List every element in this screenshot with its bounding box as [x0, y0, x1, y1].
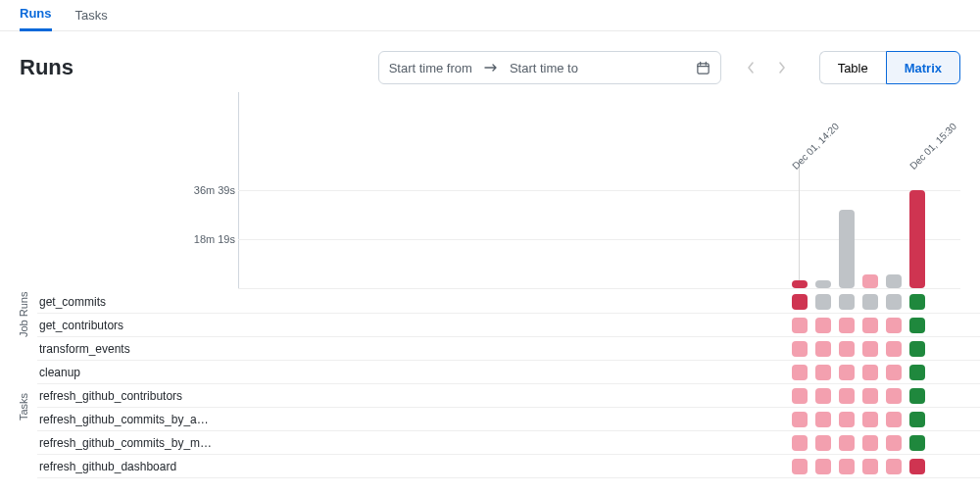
task-cell[interactable]: [815, 435, 831, 451]
task-cells: [233, 294, 980, 310]
task-cell[interactable]: [886, 318, 902, 333]
tab-tasks[interactable]: Tasks: [75, 8, 108, 30]
task-cell[interactable]: [839, 318, 855, 333]
task-cell[interactable]: [839, 341, 855, 357]
next-button[interactable]: [772, 51, 800, 84]
task-cell[interactable]: [792, 318, 808, 333]
task-row: get_contributors: [37, 314, 980, 337]
task-cell[interactable]: [815, 412, 831, 427]
prev-button[interactable]: [741, 51, 768, 84]
job-run-bar-2[interactable]: [839, 210, 855, 288]
task-cell[interactable]: [886, 459, 902, 474]
task-cell[interactable]: [909, 341, 925, 357]
task-cell[interactable]: [839, 365, 855, 380]
task-cells: [233, 412, 980, 427]
job-run-bar-4[interactable]: [886, 274, 902, 288]
task-cell[interactable]: [815, 318, 831, 333]
job-runs-chart: 36m 39s 18m 19s Dec 01, 14:20 Dec 01, 15…: [37, 92, 980, 288]
task-cell[interactable]: [862, 388, 878, 404]
task-cells: [233, 459, 980, 474]
task-cell[interactable]: [862, 435, 878, 451]
task-row: refresh_github_commits_by_m…: [37, 431, 980, 455]
task-cell[interactable]: [815, 388, 831, 404]
task-cell[interactable]: [909, 412, 925, 427]
job-run-bar-0[interactable]: [792, 280, 808, 288]
task-row: refresh_github_contributors: [37, 384, 980, 408]
task-cell[interactable]: [839, 294, 855, 310]
task-name[interactable]: refresh_github_contributors: [37, 389, 233, 403]
task-cell[interactable]: [792, 412, 808, 427]
task-name[interactable]: refresh_github_dashboard: [37, 460, 233, 473]
task-row: refresh_github_dashboard: [37, 455, 980, 478]
time-tick-last: Dec 01, 15:30: [907, 121, 958, 172]
date-to-input[interactable]: Start time to: [510, 61, 578, 75]
task-matrix: get_commitsget_contributorstransform_eve…: [37, 290, 980, 478]
task-cells: [233, 388, 980, 404]
task-cell[interactable]: [909, 435, 925, 451]
task-name[interactable]: refresh_github_commits_by_a…: [37, 413, 233, 426]
task-cell[interactable]: [909, 318, 925, 333]
task-cells: [233, 435, 980, 451]
axis-label-jobruns: Job Runs: [18, 292, 29, 337]
task-cell[interactable]: [839, 435, 855, 451]
ytick-0: 36m 39s: [176, 184, 235, 196]
task-name[interactable]: transform_events: [37, 342, 233, 356]
task-cell[interactable]: [792, 294, 808, 310]
ytick-1: 18m 19s: [176, 233, 235, 245]
task-cell[interactable]: [815, 459, 831, 474]
task-cell[interactable]: [792, 435, 808, 451]
task-cell[interactable]: [862, 318, 878, 333]
axis-label-tasks: Tasks: [18, 393, 29, 421]
time-tick-first: Dec 01, 14:20: [790, 121, 841, 172]
tab-runs[interactable]: Runs: [20, 6, 52, 31]
task-cells: [233, 365, 980, 380]
main-content: Job Runs Tasks 36m 39s 18m 19s Dec 01, 1…: [0, 92, 980, 478]
task-cell[interactable]: [909, 388, 925, 404]
task-cell[interactable]: [862, 294, 878, 310]
task-cell[interactable]: [792, 341, 808, 357]
svg-rect-0: [698, 63, 709, 73]
task-cell[interactable]: [862, 459, 878, 474]
task-cell[interactable]: [886, 388, 902, 404]
task-cell[interactable]: [839, 459, 855, 474]
task-name[interactable]: get_contributors: [37, 319, 233, 332]
job-run-bar-1[interactable]: [815, 280, 831, 288]
page-title: Runs: [20, 55, 74, 80]
task-cell[interactable]: [886, 294, 902, 310]
task-cell[interactable]: [909, 294, 925, 310]
task-cell[interactable]: [909, 365, 925, 380]
task-cell[interactable]: [815, 341, 831, 357]
task-row: cleanup: [37, 361, 980, 384]
task-cell[interactable]: [886, 435, 902, 451]
task-cell[interactable]: [886, 412, 902, 427]
time-nav: [741, 51, 800, 84]
job-run-bar-5[interactable]: [909, 190, 925, 288]
task-cell[interactable]: [839, 388, 855, 404]
task-cell[interactable]: [815, 365, 831, 380]
view-matrix-button[interactable]: Matrix: [886, 51, 960, 84]
task-cell[interactable]: [792, 459, 808, 474]
job-run-bars: [792, 190, 925, 288]
calendar-icon[interactable]: [696, 61, 710, 75]
task-cell[interactable]: [792, 388, 808, 404]
task-cell[interactable]: [909, 459, 925, 474]
task-cell[interactable]: [886, 365, 902, 380]
task-cells: [233, 341, 980, 357]
view-toggle: Table Matrix: [819, 51, 960, 84]
view-table-button[interactable]: Table: [819, 51, 886, 84]
date-range-picker[interactable]: Start time from Start time to: [378, 51, 721, 84]
task-name[interactable]: get_commits: [37, 295, 233, 309]
date-from-input[interactable]: Start time from: [389, 61, 472, 75]
task-cell[interactable]: [862, 412, 878, 427]
task-cell[interactable]: [862, 365, 878, 380]
header: Runs Start time from Start time to Table…: [0, 31, 980, 92]
task-cell[interactable]: [815, 294, 831, 310]
task-row: transform_events: [37, 337, 980, 361]
task-cell[interactable]: [792, 365, 808, 380]
task-name[interactable]: refresh_github_commits_by_m…: [37, 436, 233, 450]
task-cell[interactable]: [839, 412, 855, 427]
task-cell[interactable]: [886, 341, 902, 357]
task-name[interactable]: cleanup: [37, 366, 233, 379]
task-cell[interactable]: [862, 341, 878, 357]
job-run-bar-3[interactable]: [862, 274, 878, 288]
